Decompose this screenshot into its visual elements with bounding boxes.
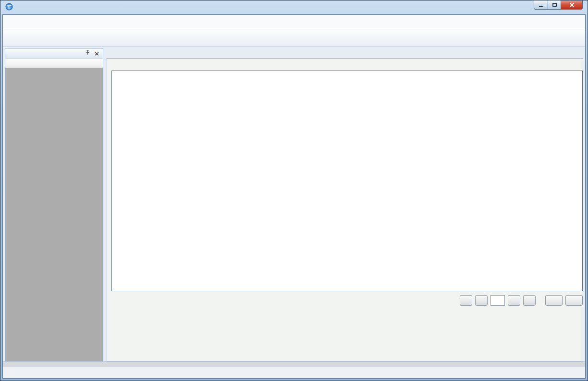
first-page-button[interactable] [460,295,472,306]
main-area: × [3,47,585,361]
prev-page-button[interactable] [475,295,488,306]
last-page-button[interactable] [523,295,536,306]
maximize-icon [552,3,557,7]
bottom-strip [3,361,585,366]
pin-icon[interactable] [85,50,90,57]
minimize-icon [539,6,543,7]
window-controls [534,0,583,10]
app-client-area: × [2,14,586,379]
maximize-button[interactable] [548,0,561,10]
minimize-button[interactable] [534,0,548,10]
close-icon [569,2,575,8]
next-page-button[interactable] [508,295,520,306]
title-bar [2,0,586,14]
close-button[interactable] [561,0,583,10]
tab-strip [107,48,583,59]
tool-window-close-icon[interactable]: × [94,50,99,57]
splitter[interactable] [103,48,107,361]
app-icon [5,3,13,12]
tab-page [107,59,583,361]
toolbar [3,27,585,47]
tool-window-panel: × [5,48,103,361]
data-grid [111,71,583,291]
sidebar-items [5,68,103,361]
menu-bar [3,15,585,27]
app-window: × [0,0,588,381]
sidebar-section-title [5,59,103,68]
pagination-bar [111,295,583,306]
export-current-page-button[interactable] [545,295,563,306]
content-area [107,48,583,361]
tool-window-header: × [5,48,103,59]
page-number-box[interactable] [490,295,505,306]
export-all-pages-button[interactable] [565,295,583,306]
status-bar [3,366,585,378]
